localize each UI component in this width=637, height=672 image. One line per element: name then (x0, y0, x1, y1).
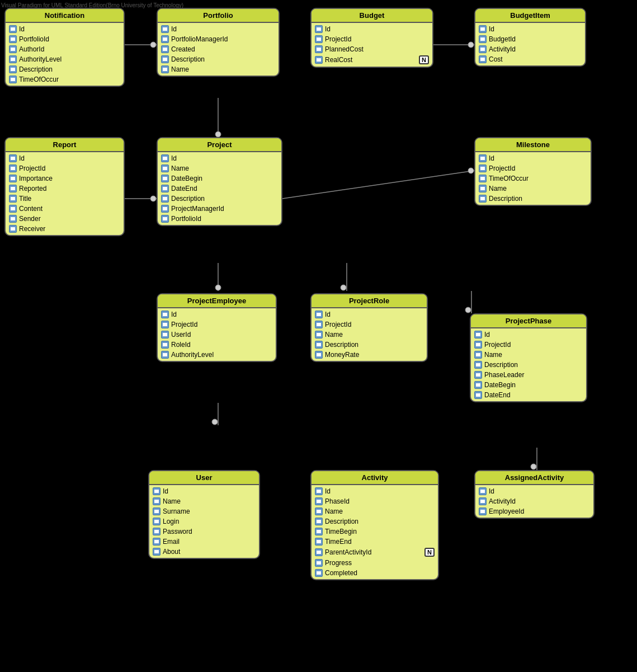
field-name: PortfolioId (19, 35, 120, 43)
field-icon (479, 195, 487, 203)
field-icon (315, 56, 323, 64)
svg-point-16 (341, 285, 346, 290)
field-row: EmployeeId (475, 506, 593, 516)
field-row: PlannedCost (312, 44, 432, 54)
field-name: Progress (325, 559, 435, 567)
field-icon (315, 497, 323, 505)
field-row: PortfolioId (158, 214, 281, 224)
entity-report: Report Id ProjectId Importance Reported … (4, 137, 125, 236)
field-row: Id (158, 24, 279, 34)
field-row: Name (475, 184, 591, 194)
field-row: Name (149, 496, 259, 506)
field-name: Id (171, 154, 278, 162)
field-name: MoneyRate (325, 351, 423, 359)
field-icon (474, 331, 482, 339)
entity-activity: Activity Id PhaseId Name Description Tim… (310, 470, 439, 580)
field-icon (479, 45, 487, 53)
field-name: ProjectId (489, 165, 587, 172)
field-icon (479, 25, 487, 33)
entity-budgetitem: BudgetItem Id BudgetId ActivityId Cost (474, 8, 586, 67)
field-row: ProjectId (475, 163, 591, 173)
field-row: Login (149, 516, 259, 527)
field-row: Description (312, 340, 427, 350)
field-name: BudgetId (489, 35, 582, 43)
field-row: DateEnd (158, 184, 281, 194)
field-row: About (149, 547, 259, 557)
field-icon (161, 185, 169, 192)
field-row: Name (158, 64, 279, 74)
field-name: ProjectId (484, 341, 583, 349)
entity-notification-header: Notification (6, 9, 124, 23)
field-name: DateEnd (484, 391, 583, 399)
field-icon (9, 205, 17, 213)
field-icon (9, 154, 17, 162)
field-name: Receiver (19, 225, 120, 233)
field-icon (153, 487, 161, 495)
field-icon (479, 175, 487, 182)
null-badge: N (424, 548, 435, 557)
field-name: Id (19, 154, 120, 162)
field-name: Description (325, 341, 423, 349)
field-icon (315, 341, 323, 349)
field-row: Content (6, 204, 124, 214)
field-name: Description (489, 195, 587, 203)
entity-projectemployee: ProjectEmployee Id ProjectId UserId Role… (157, 293, 277, 362)
field-icon (161, 195, 169, 203)
field-name: Description (325, 518, 435, 525)
field-name: Name (171, 65, 275, 73)
field-row: PortfolioManagerId (158, 34, 279, 44)
field-row: AuthorId (6, 44, 124, 54)
field-row: BudgetId (475, 34, 585, 44)
field-icon (161, 65, 169, 73)
field-name: Name (489, 185, 587, 192)
entity-budgetitem-header: BudgetItem (475, 9, 585, 23)
field-row: Description (158, 194, 281, 204)
field-row: Sender (6, 214, 124, 224)
entity-projectrole-header: ProjectRole (312, 294, 427, 308)
entity-budget: Budget Id ProjectId PlannedCost RealCost… (310, 8, 433, 68)
field-name: Sender (19, 215, 120, 223)
field-row: Created (158, 44, 279, 54)
svg-point-12 (468, 42, 474, 48)
field-icon (315, 528, 323, 535)
field-row: Receiver (6, 224, 124, 234)
field-name: Email (163, 538, 256, 546)
field-icon (315, 45, 323, 53)
field-row: Id (6, 24, 124, 34)
field-name: ProjectId (19, 165, 120, 172)
field-row: Id (158, 153, 281, 163)
field-row: ProjectId (158, 319, 276, 330)
field-icon (474, 391, 482, 399)
field-name: Name (325, 331, 423, 339)
field-row: Description (475, 194, 591, 204)
field-icon (9, 25, 17, 33)
field-row: Name (312, 506, 438, 516)
field-row: ProjectId (6, 163, 124, 173)
field-icon (474, 341, 482, 349)
field-name: AuthorId (19, 45, 120, 53)
field-name: TimeOfOccur (489, 175, 587, 182)
field-icon (161, 351, 169, 359)
field-icon (479, 55, 487, 63)
field-row: Description (6, 64, 124, 74)
field-row: Id (475, 153, 591, 163)
field-name: Name (163, 497, 256, 505)
field-name: Description (484, 361, 583, 369)
field-name: PortfolioId (171, 215, 278, 223)
field-name: Id (163, 487, 256, 495)
field-icon (9, 45, 17, 53)
field-name: TimeOfOccur (19, 76, 120, 83)
field-row: DateBegin (471, 380, 586, 390)
field-icon (161, 154, 169, 162)
field-row: TimeOfOccur (6, 74, 124, 84)
field-row: Description (471, 360, 586, 370)
field-row: RealCostN (312, 54, 432, 65)
field-name: PlannedCost (325, 45, 429, 53)
field-icon (9, 175, 17, 182)
field-row: AuthorityLevel (158, 350, 276, 360)
field-icon (474, 371, 482, 379)
field-row: TimeOfOccur (475, 173, 591, 184)
field-icon (315, 548, 323, 556)
field-icon (479, 497, 487, 505)
field-name: AuthorityLevel (19, 55, 120, 63)
